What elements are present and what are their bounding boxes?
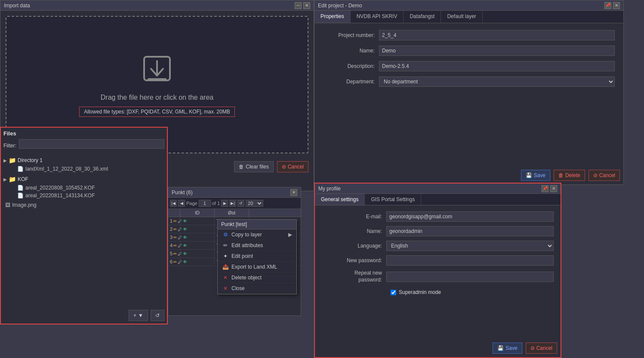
row-edit-icon-3[interactable]: ✏: [173, 235, 177, 240]
ctx-close[interactable]: ✕ Close: [218, 283, 296, 294]
ep-input-project-number[interactable]: [379, 30, 615, 40]
ep-delete-button[interactable]: 🗑 Delete: [554, 170, 585, 181]
ep-select-department[interactable]: No department: [379, 76, 615, 87]
file-image[interactable]: 🖼 Image.png: [3, 201, 164, 209]
import-minimize-btn[interactable]: ─: [295, 2, 302, 9]
pager-last-btn[interactable]: ▶|: [229, 200, 236, 207]
import-close-btn[interactable]: ✕: [303, 2, 310, 9]
mp-superadmin-checkbox[interactable]: [391, 290, 396, 295]
row-edit-icon-5[interactable]: ✏: [173, 251, 177, 256]
ep-save-button[interactable]: 💾 Save: [521, 170, 550, 181]
ctx-copy-label: Copy to layer: [231, 232, 262, 238]
mp-label-repeat-password: Repeat newpassword:: [322, 270, 386, 283]
ctx-edit-point[interactable]: ✦ Edit point: [218, 251, 296, 262]
filter-input[interactable]: [19, 139, 164, 149]
row-id-2: [180, 225, 215, 233]
import-download-icon: [140, 52, 174, 87]
ctx-export-label: Export to Land XML: [231, 264, 277, 270]
mp-tab-gis[interactable]: GIS Portal Settings: [365, 194, 421, 205]
import-titlebar-buttons: ─ ✕: [295, 2, 310, 9]
ctx-edit-attr-icon: ✏: [222, 242, 229, 248]
import-cancel-button[interactable]: ⊘ Cancel: [277, 161, 308, 172]
mp-field-language: Language: English Norwegian Swedish: [322, 241, 554, 251]
import-title: Import data: [4, 3, 30, 9]
mp-select-language[interactable]: English Norwegian Swedish: [386, 241, 554, 251]
mp-tab-general[interactable]: General settings: [315, 194, 365, 205]
pager-page-label: Page: [186, 201, 197, 206]
my-profile-title: My profile: [318, 186, 341, 192]
ep-close-btn[interactable]: ✕: [613, 2, 620, 9]
row-edit-icon-6[interactable]: ✏: [173, 260, 177, 264]
mp-field-new-password: New password:: [322, 255, 554, 266]
table-close-btn[interactable]: ✕: [290, 189, 297, 196]
mp-input-repeat-password[interactable]: [386, 272, 554, 282]
ctx-edit-attributes[interactable]: ✏ Edit attributes: [218, 240, 296, 251]
pager-perpage-select[interactable]: 20 50 100: [246, 200, 263, 207]
pager-next-btn[interactable]: ▶: [221, 200, 228, 207]
ep-pin-btn[interactable]: 📌: [604, 2, 611, 9]
ep-input-description[interactable]: [379, 61, 615, 71]
folder-kof[interactable]: ▶ 📁 KOF: [3, 174, 164, 184]
ctx-close-label: Close: [231, 285, 245, 291]
ctx-delete-icon: ✕: [222, 275, 229, 281]
mp-input-name[interactable]: [386, 226, 554, 236]
ep-tab-properties[interactable]: Properties: [314, 11, 351, 23]
add-file-button[interactable]: + ▼: [129, 310, 148, 321]
folder-directory1[interactable]: ▶ 📁 Directory 1: [3, 156, 164, 165]
ctx-edit-point-label: Edit point: [231, 253, 253, 259]
ctx-export-land-xml[interactable]: 📤 Export to Land XML: [218, 262, 296, 272]
file-name-image: Image.png: [12, 202, 37, 208]
folder-icon-kof: 📁: [9, 176, 16, 183]
file-landxml[interactable]: 📄 landXml_1_12_2022_08_30_36.xml: [3, 165, 164, 173]
refresh-files-button[interactable]: ↺: [151, 310, 164, 321]
edit-project-content: Project number: Name: Description: Depar…: [314, 23, 623, 99]
mp-field-repeat-password: Repeat newpassword:: [322, 270, 554, 283]
clear-icon: 🗑: [239, 164, 244, 170]
file-kof2[interactable]: 📄 areal_20220811_143134.KOF: [3, 192, 164, 199]
file-icon-landxml: 📄: [17, 166, 24, 172]
ctx-delete-object[interactable]: ✕ Delete object: [218, 272, 296, 283]
mp-input-new-password[interactable]: [386, 255, 554, 266]
row-edit-icon-4[interactable]: ✏: [173, 243, 177, 248]
row-edit-icon-1[interactable]: ✏: [173, 219, 177, 223]
ctx-export-icon: 📤: [222, 264, 229, 270]
mp-pin-btn[interactable]: 📌: [542, 185, 548, 192]
ep-field-department: Department: No department: [323, 76, 615, 87]
ctx-copy-to-layer[interactable]: ⚙ Copy to layer ▶: [218, 229, 296, 240]
ep-tab-nvdb[interactable]: NVDB API SKRIV: [351, 11, 404, 23]
row-num-4: 4 ✏ 🖊 👁: [168, 242, 180, 249]
ep-save-icon: 💾: [526, 172, 532, 178]
mp-cancel-button[interactable]: ⊘ Cancel: [526, 343, 557, 354]
ep-tab-default-layer[interactable]: Default layer: [441, 11, 482, 23]
folder-expand-icon: ▶: [3, 158, 7, 163]
mp-label-email: E-mail:: [322, 214, 386, 220]
pager-page-input[interactable]: [199, 200, 211, 207]
mp-save-button[interactable]: 💾 Save: [493, 343, 522, 354]
ep-field-project-number: Project number:: [323, 30, 615, 40]
table-titlebar-buttons: ✕: [290, 189, 297, 196]
file-kof1[interactable]: 📄 areal_20220808_105452.KOF: [3, 184, 164, 192]
files-footer: + ▼ ↺: [129, 310, 164, 321]
pager-prev-btn[interactable]: ◀: [178, 200, 185, 207]
import-titlebar: Import data ─ ✕: [0, 0, 314, 11]
pager-refresh-btn[interactable]: ↺: [237, 200, 244, 207]
clear-files-button[interactable]: 🗑 Clear files: [234, 161, 273, 172]
row-id-4: [180, 242, 215, 249]
row-num-5: 5 ✏ 🖊 👁: [168, 250, 180, 257]
files-panel-title: Files: [3, 130, 164, 137]
files-panel: Files Filter: ▶ 📁 Directory 1 📄 landXml_…: [0, 127, 168, 324]
ep-input-name[interactable]: [379, 46, 615, 56]
ep-delete-icon: 🗑: [558, 172, 564, 178]
row-id-6: [180, 258, 215, 266]
edit-project-window: Edit project - Demo 📌 ✕ Properties NVDB …: [314, 0, 624, 185]
mp-close-btn[interactable]: ✕: [550, 185, 557, 192]
table-header: ID Øst: [168, 209, 301, 217]
my-profile-titlebar-buttons: 📌 ✕: [542, 185, 557, 192]
ep-cancel-button[interactable]: ⊘ Cancel: [589, 170, 620, 181]
mp-input-email[interactable]: [386, 211, 554, 222]
edit-project-tabs: Properties NVDB API SKRIV Datafangst Def…: [314, 11, 623, 23]
row-edit-icon-2[interactable]: ✏: [173, 227, 177, 232]
pager-first-btn[interactable]: |◀: [170, 200, 177, 207]
ep-tab-datafangst[interactable]: Datafangst: [404, 11, 441, 23]
files-filter-row: Filter:: [3, 139, 164, 152]
